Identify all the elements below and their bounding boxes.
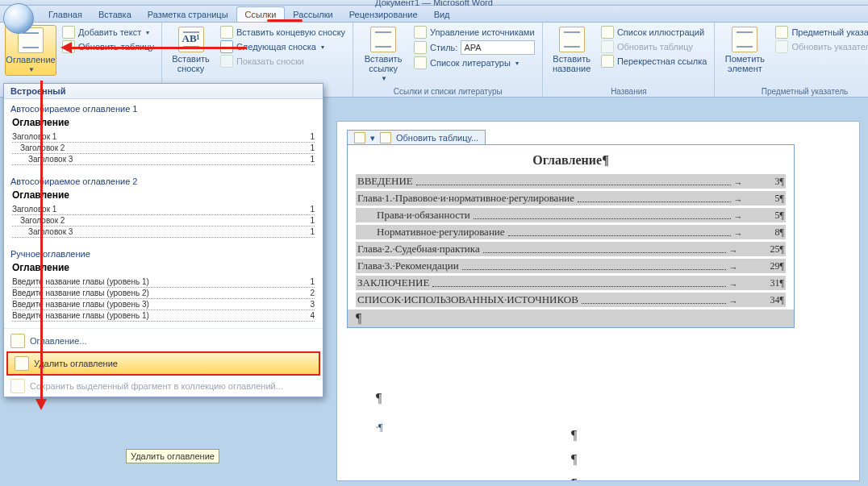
citation-icon bbox=[370, 27, 396, 52]
tab-Разметка страницы[interactable]: Разметка страницы bbox=[140, 7, 236, 22]
tab-Вид[interactable]: Вид bbox=[426, 7, 458, 22]
toc-field-tab[interactable]: ▾ Обновить таблицу... bbox=[347, 130, 486, 145]
toc-more-button[interactable]: Оглавление... bbox=[4, 330, 323, 351]
office-button[interactable] bbox=[3, 3, 34, 34]
toc-field[interactable]: Оглавление¶ ВВЕДЕНИЕ→3¶Глава·1.·Правовое… bbox=[347, 144, 795, 328]
insert-footnote-button[interactable]: AB¹ Вставить сноску bbox=[167, 25, 215, 75]
save-selection-button: Сохранить выделенный фрагмент в коллекци… bbox=[4, 376, 323, 397]
mark-icon bbox=[732, 27, 757, 52]
label: Оглавление... bbox=[30, 336, 87, 346]
xref-icon bbox=[601, 55, 614, 68]
preview-title: Оглавление bbox=[12, 117, 315, 128]
para-mark: ¶ bbox=[571, 428, 577, 442]
remove-toc-button[interactable]: Удалить оглавление bbox=[6, 351, 320, 376]
fig-icon bbox=[601, 26, 614, 39]
chevron-down-icon: ▼ bbox=[28, 66, 35, 73]
biblio-icon bbox=[414, 56, 427, 69]
toc-row[interactable]: Нормативное·регулирование→8¶ bbox=[356, 225, 786, 240]
para-mark: ¶ bbox=[376, 391, 382, 405]
save-icon bbox=[10, 379, 25, 393]
manage-sources-button[interactable]: Управление источниками bbox=[411, 25, 537, 39]
toc-row[interactable]: Глава·2.·Судебная·практика→25¶ bbox=[356, 242, 786, 257]
toc-preview-manual[interactable]: Оглавление Введите название главы (урове… bbox=[12, 262, 315, 322]
label: Показать сноски bbox=[236, 56, 304, 66]
preview-title: Оглавление bbox=[12, 262, 315, 273]
preview-row: Введите название главы (уровень 1)1 bbox=[12, 276, 315, 288]
caption-icon bbox=[559, 27, 585, 52]
group-label: Ссылки и списки литературы bbox=[358, 86, 537, 97]
updidx-icon bbox=[775, 40, 788, 53]
insert-endnote-button[interactable]: Вставить концевую сноску bbox=[218, 25, 348, 39]
label: Добавить текст bbox=[78, 27, 141, 37]
tab-Главная[interactable]: Главная bbox=[40, 7, 90, 22]
figure-list-button[interactable]: Список иллюстраций bbox=[599, 25, 710, 39]
bibliography-button[interactable]: Список литературы▾ bbox=[411, 56, 537, 70]
label: Обновить таблицу bbox=[617, 42, 693, 52]
preview-row: Заголовок 21 bbox=[12, 143, 315, 154]
insert-citation-button[interactable]: Вставить ссылку▼ bbox=[358, 25, 408, 84]
para-mark: ¶ bbox=[348, 309, 794, 327]
gallery-section-auto1[interactable]: Автособираемое оглавление 1 bbox=[4, 99, 323, 117]
toc-gallery: Встроенный Автособираемое оглавление 1 О… bbox=[3, 83, 323, 397]
toc-row[interactable]: ЗАКЛЮЧЕНИЕ→31¶ bbox=[356, 276, 786, 291]
mark-entry-button[interactable]: Пометить элемент bbox=[720, 25, 770, 75]
show-icon bbox=[220, 55, 233, 68]
preview-row: Введите название главы (уровень 2)2 bbox=[12, 288, 315, 299]
label: Сохранить выделенный фрагмент в коллекци… bbox=[30, 381, 283, 391]
update-index-button[interactable]: Обновить указатель bbox=[773, 39, 868, 54]
label: Список иллюстраций bbox=[617, 27, 704, 37]
gallery-section-auto2[interactable]: Автособираемое оглавление 2 bbox=[4, 172, 323, 189]
style-row: Стиль: bbox=[411, 39, 537, 56]
toc-row[interactable]: ВВЕДЕНИЕ→3¶ bbox=[356, 174, 786, 189]
para-mark: ·¶ bbox=[376, 422, 382, 434]
insert-caption-button[interactable]: Вставить название bbox=[548, 25, 595, 75]
window-title: Документ1 — Microsoft Word bbox=[375, 0, 493, 7]
preview-row: Введите название главы (уровень 3)3 bbox=[12, 299, 315, 310]
preview-row: Заголовок 11 bbox=[12, 131, 315, 143]
gallery-section-manual[interactable]: Ручное оглавление bbox=[4, 244, 323, 262]
toc-row[interactable]: СПИСОК·ИСПОЛЬЗОВАННЫХ·ИСТОЧНИКОВ→34¶ bbox=[356, 293, 786, 308]
para-mark: ¶ bbox=[571, 452, 577, 467]
tab-Рецензирование[interactable]: Рецензирование bbox=[341, 7, 426, 22]
label: Вставить сноску bbox=[169, 54, 213, 73]
tooltip: Удалить оглавление bbox=[116, 449, 219, 463]
annotation-arrow bbox=[40, 81, 43, 401]
preview-row: Заголовок 31 bbox=[12, 226, 315, 238]
preview-row: Введите название главы (уровень 1)4 bbox=[12, 310, 315, 322]
preview-title: Оглавление bbox=[12, 189, 315, 201]
cross-ref-button[interactable]: Перекрестная ссылка bbox=[599, 54, 710, 69]
toc-preview-2[interactable]: Оглавление Заголовок 11Заголовок 21Загол… bbox=[12, 189, 315, 238]
tab-Вставка[interactable]: Вставка bbox=[90, 7, 140, 22]
upd-icon bbox=[601, 40, 614, 53]
toc-row[interactable]: Глава·3.·Рекомендации→29¶ bbox=[356, 259, 786, 274]
label: Перекрестная ссылка bbox=[617, 56, 707, 66]
toc-row[interactable]: Глава·1.·Правовое·и·нормативное·регулиро… bbox=[356, 191, 786, 206]
show-notes-button[interactable]: Показать сноски bbox=[218, 54, 348, 69]
label: Пометить элемент bbox=[721, 54, 768, 73]
label: Обновить указатель bbox=[791, 42, 868, 52]
label: Список литературы bbox=[430, 58, 511, 68]
index-icon bbox=[775, 26, 788, 39]
toc-icon bbox=[10, 334, 25, 348]
update-caption-button[interactable]: Обновить таблицу bbox=[599, 39, 710, 54]
toc-button-label: Оглавление bbox=[6, 55, 55, 64]
remove-icon bbox=[15, 356, 29, 371]
annotation-arrow bbox=[71, 47, 247, 49]
endnote-icon bbox=[220, 26, 233, 39]
label: Удалить оглавление bbox=[34, 359, 118, 368]
label: Стиль: bbox=[430, 43, 457, 52]
label: Следующая сноска bbox=[236, 42, 316, 52]
toc-row[interactable]: Права·и·обязанности→5¶ bbox=[356, 208, 786, 223]
label: Вставить ссылку bbox=[360, 54, 407, 73]
toc-preview-1[interactable]: Оглавление Заголовок 11Заголовок 21Загол… bbox=[12, 117, 315, 165]
add-text-button[interactable]: Добавить текст▾ bbox=[60, 25, 156, 39]
label: Обновить таблицу... bbox=[396, 133, 478, 143]
annotation-arrowhead bbox=[61, 42, 72, 53]
label: Вставить название bbox=[549, 54, 593, 73]
insert-index-button[interactable]: Предметный указатель bbox=[773, 25, 868, 39]
preview-row: Заголовок 11 bbox=[12, 204, 315, 215]
label: Управление источниками bbox=[430, 27, 534, 37]
style-select[interactable] bbox=[461, 40, 535, 55]
label: Вставить концевую сноску bbox=[236, 27, 345, 37]
annotation-underline bbox=[267, 19, 303, 22]
